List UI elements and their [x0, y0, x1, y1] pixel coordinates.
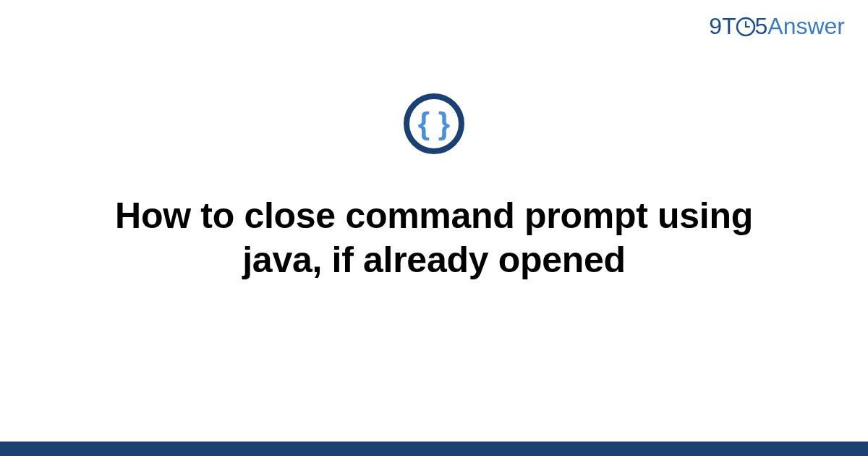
brand-logo: 9T 5 Answer: [709, 13, 845, 40]
brand-part-5: 5: [755, 13, 768, 40]
brand-part-answer: Answer: [767, 13, 845, 40]
brand-clock-icon: [736, 17, 756, 37]
code-braces-icon: { }: [403, 93, 465, 158]
svg-text:{ }: { }: [418, 106, 450, 140]
page-title: How to close command prompt using java, …: [72, 194, 796, 282]
footer-accent-bar: [0, 442, 868, 456]
main-content: { } How to close command prompt using ja…: [0, 93, 868, 282]
brand-part-9t: 9T: [709, 13, 736, 40]
